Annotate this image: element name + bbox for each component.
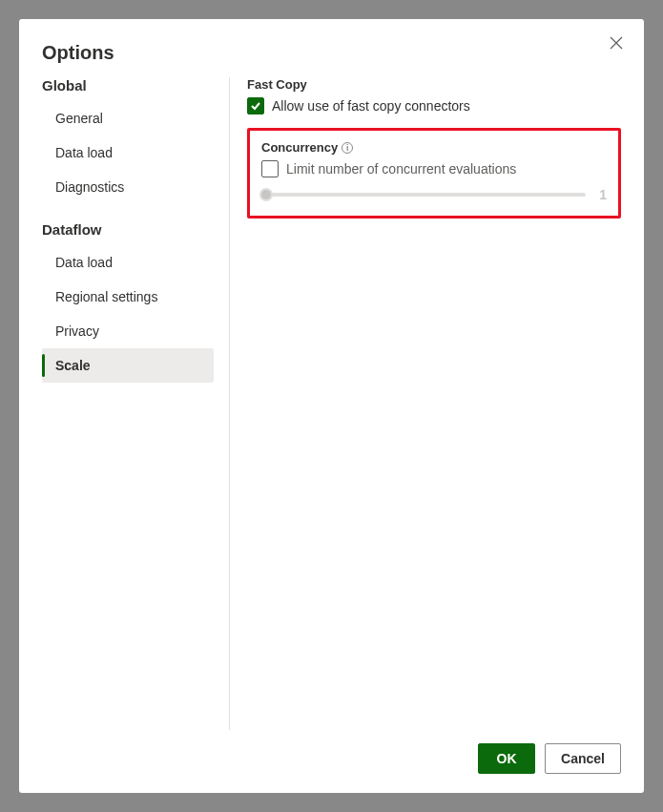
slider-thumb[interactable] (259, 188, 273, 201)
sidebar-item-general[interactable]: General (42, 101, 214, 135)
sidebar-item-data-load-dataflow[interactable]: Data load (42, 245, 214, 280)
content-pane: Fast Copy Allow use of fast copy connect… (230, 77, 621, 730)
sidebar-item-privacy[interactable]: Privacy (42, 314, 214, 348)
checkmark-icon (250, 100, 261, 112)
sidebar-item-regional-settings[interactable]: Regional settings (42, 280, 214, 314)
ok-button[interactable]: OK (478, 743, 535, 774)
fast-copy-label: Fast Copy (247, 77, 621, 92)
limit-concurrent-checkbox[interactable] (261, 160, 279, 177)
close-icon (610, 36, 623, 50)
dialog-title: Options (42, 42, 621, 64)
concurrency-highlight: Concurrency i Limit number of concurrent… (247, 128, 621, 219)
concurrency-label-text: Concurrency (261, 140, 338, 155)
sidebar-item-data-load-global[interactable]: Data load (42, 135, 214, 170)
close-button[interactable] (610, 36, 627, 53)
sidebar-item-diagnostics[interactable]: Diagnostics (42, 170, 214, 204)
fast-copy-checkbox-label: Allow use of fast copy connectors (272, 98, 470, 114)
concurrency-slider[interactable] (261, 193, 586, 197)
cancel-button[interactable]: Cancel (545, 743, 621, 774)
sidebar-item-scale[interactable]: Scale (42, 348, 214, 383)
dialog-footer: OK Cancel (42, 730, 621, 774)
info-icon[interactable]: i (342, 142, 353, 154)
fast-copy-checkbox[interactable] (247, 97, 264, 115)
concurrency-label: Concurrency i (261, 140, 607, 155)
sidebar-section-dataflow: Dataflow (42, 221, 214, 238)
sidebar-section-global: Global (42, 77, 214, 94)
limit-concurrent-label: Limit number of concurrent evaluations (286, 161, 516, 177)
concurrency-slider-value: 1 (595, 187, 607, 202)
options-dialog: Options Global General Data load Diagnos… (19, 19, 644, 793)
sidebar: Global General Data load Diagnostics Dat… (42, 77, 223, 730)
